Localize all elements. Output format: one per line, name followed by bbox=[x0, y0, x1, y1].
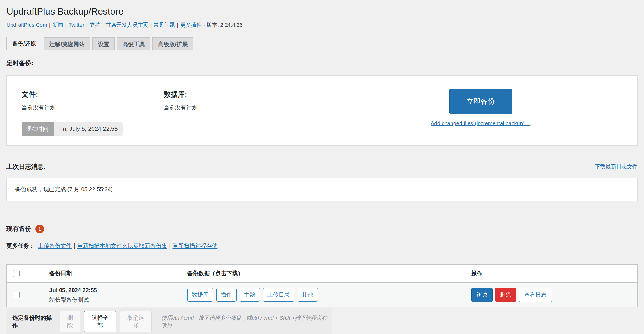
row-checkbox[interactable] bbox=[13, 292, 20, 298]
backup-data-cell: 数据库 插件 主题 上传目录 其他 bbox=[187, 283, 471, 307]
multi-select-hint: 使用ctrl / cmd +按下选择多个项目，或ctrl / cmd + Shi… bbox=[161, 314, 332, 329]
more-tasks-label: 更多任务： bbox=[6, 243, 35, 249]
files-schedule: 文件: 当前没有计划 bbox=[22, 90, 164, 111]
link-more-plugins[interactable]: 更多插件 bbox=[180, 22, 202, 28]
schedule-status-area: 文件: 当前没有计划 数据库: 当前没有计划 现在时间: Fri, July 5… bbox=[7, 76, 324, 145]
existing-backups-table: 备份日期 备份数据（点击下载） 操作 Jul 05, 2024 22:55 站长… bbox=[6, 264, 638, 307]
more-tasks-row: 更多任务：上传备份文件|重新扫描本地文件夹以获取新备份集|重新扫描远程存储 bbox=[6, 242, 638, 250]
link-separator: | bbox=[74, 243, 75, 249]
deselect-button[interactable]: 取消选择 bbox=[120, 311, 152, 332]
download-themes-button[interactable]: 主题 bbox=[240, 288, 260, 302]
files-label: 文件: bbox=[22, 90, 164, 99]
current-time-badge: 现在时间: Fri, July 5, 2024 22:55 bbox=[22, 122, 123, 136]
tab-settings[interactable]: 设置 bbox=[92, 37, 115, 50]
backup-count-badge: 1 bbox=[35, 225, 44, 233]
page-title: UpdraftPlus Backup/Restore bbox=[6, 6, 638, 17]
select-all-button[interactable]: 选择全部 bbox=[84, 311, 116, 332]
bulk-delete-button[interactable]: 删除 bbox=[60, 311, 81, 332]
link-separator: | bbox=[102, 22, 103, 28]
rescan-local-folder-link[interactable]: 重新扫描本地文件夹以获取新备份集 bbox=[77, 243, 167, 249]
download-latest-log-link[interactable]: 下载最新日志文件 bbox=[595, 163, 638, 170]
database-schedule: 数据库: 当前没有计划 bbox=[164, 90, 306, 111]
link-separator: | bbox=[169, 243, 170, 249]
actions-cell: 还原 删除 查看日志 bbox=[471, 283, 638, 307]
bulk-actions-label: 选定备份时的操作 bbox=[12, 314, 56, 329]
backup-date: Jul 05, 2024 22:55 bbox=[49, 287, 187, 293]
tab-premium-extensions[interactable]: 高级版/扩展 bbox=[152, 37, 193, 50]
backup-now-area: 立即备份 Add changed files (incremental back… bbox=[324, 76, 637, 145]
link-lead-developer-home[interactable]: 首席开发人员主页 bbox=[105, 22, 148, 28]
link-separator: | bbox=[49, 22, 51, 28]
updraftplus-admin-page: UpdraftPlus Backup/Restore UpdraftPlus.C… bbox=[0, 6, 644, 334]
table-row: Jul 05, 2024 22:55 站长帮备份测试 数据库 插件 主题 上传目… bbox=[7, 283, 638, 307]
bulk-actions-panel: 选定备份时的操作 删除 选择全部 取消选择 使用ctrl / cmd +按下选择… bbox=[6, 308, 332, 334]
tab-migrate-clone[interactable]: 迁移/克隆网站 bbox=[44, 37, 91, 50]
last-log-panel: 备份成功，现已完成 (7 月 05 22:55:24) bbox=[6, 178, 638, 201]
scheduled-backup-heading: 定时备份: bbox=[6, 60, 638, 67]
link-news[interactable]: 新闻 bbox=[53, 22, 63, 28]
backup-date-cell: Jul 05, 2024 22:55 站长帮备份测试 bbox=[49, 283, 187, 307]
current-time-value: Fri, July 5, 2024 22:55 bbox=[54, 122, 123, 136]
existing-backups-heading-row: 现有备份 1 bbox=[6, 225, 638, 233]
version-text: - 版本: 2.24.4.26 bbox=[203, 22, 242, 28]
current-time-label: 现在时间: bbox=[22, 122, 54, 136]
table-header-row: 备份日期 备份数据（点击下载） 操作 bbox=[7, 265, 638, 283]
nav-tabs: 备份/还原迁移/克隆网站设置高级工具高级版/扩展 bbox=[6, 37, 638, 50]
column-header-actions: 操作 bbox=[471, 265, 638, 283]
last-log-row: 上次日志消息: 下载最新日志文件 bbox=[6, 163, 638, 170]
rescan-remote-storage-link[interactable]: 重新扫描远程存储 bbox=[172, 243, 217, 249]
backup-site-name: 站长帮备份测试 bbox=[49, 297, 187, 303]
link-support[interactable]: 支持 bbox=[89, 22, 100, 28]
restore-button[interactable]: 还原 bbox=[471, 288, 493, 302]
scheduled-backup-panel: 文件: 当前没有计划 数据库: 当前没有计划 现在时间: Fri, July 5… bbox=[6, 75, 638, 146]
download-uploads-button[interactable]: 上传目录 bbox=[263, 288, 294, 302]
link-twitter[interactable]: Twitter bbox=[69, 22, 84, 28]
database-status: 当前没有计划 bbox=[164, 104, 306, 111]
delete-button[interactable]: 删除 bbox=[495, 288, 516, 302]
tab-backup-restore[interactable]: 备份/还原 bbox=[6, 37, 42, 50]
link-updraftplus-com[interactable]: UpdraftPlus.Com bbox=[6, 22, 47, 28]
header-links: UpdraftPlus.Com|新闻|Twitter|支持|首席开发人员主页|常… bbox=[6, 21, 638, 29]
column-header-backup-date: 备份日期 bbox=[49, 265, 187, 283]
download-database-button[interactable]: 数据库 bbox=[187, 288, 213, 302]
backup-now-button[interactable]: 立即备份 bbox=[449, 89, 512, 114]
download-others-button[interactable]: 其他 bbox=[298, 288, 318, 302]
select-all-checkbox[interactable] bbox=[13, 270, 20, 277]
link-separator: | bbox=[150, 22, 152, 28]
link-separator: | bbox=[86, 22, 88, 28]
database-label: 数据库: bbox=[164, 90, 306, 99]
column-header-backup-data: 备份数据（点击下载） bbox=[187, 265, 471, 283]
view-log-button[interactable]: 查看日志 bbox=[519, 288, 552, 302]
link-faq[interactable]: 常见问题 bbox=[154, 22, 175, 28]
tab-advanced-tools[interactable]: 高级工具 bbox=[117, 37, 150, 50]
download-plugins-button[interactable]: 插件 bbox=[216, 288, 237, 302]
upload-backup-files-link[interactable]: 上传备份文件 bbox=[38, 243, 72, 249]
incremental-backup-link[interactable]: Add changed files (incremental backup) .… bbox=[431, 120, 531, 127]
files-status: 当前没有计划 bbox=[22, 104, 164, 111]
last-log-heading: 上次日志消息: bbox=[6, 163, 46, 170]
link-separator: | bbox=[177, 22, 178, 28]
last-log-message: 备份成功，现已完成 (7 月 05 22:55:24) bbox=[15, 186, 113, 193]
existing-backups-heading: 现有备份 bbox=[6, 225, 31, 233]
link-separator: | bbox=[65, 22, 67, 28]
